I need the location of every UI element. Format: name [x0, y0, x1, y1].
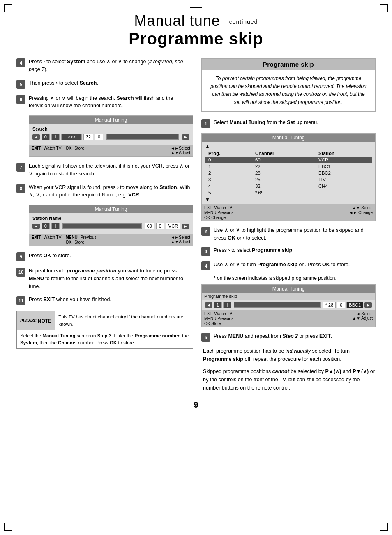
right-step-badge-2: 2 — [201, 227, 210, 236]
prog-1: 1 — [205, 163, 252, 170]
ps-seg-1: 1 — [214, 302, 222, 308]
step-text-8: When your VCR signal is found, press › t… — [29, 184, 193, 199]
ps-seg-star28: * 28 — [323, 302, 336, 308]
title-sub: Programme skip — [16, 30, 376, 48]
seg-arrow-left-2: ◄ — [32, 224, 40, 229]
seg2-0b: 0 — [156, 223, 164, 229]
right-column: Programme skip To prevent certain progra… — [201, 58, 376, 392]
page-number: 9 — [16, 400, 376, 410]
step-text-5: Then press › to select Search. — [29, 79, 98, 87]
tuning-panel-2-body: Station Name ◄ 0 I 60 0 VCR ► — [29, 213, 193, 234]
prog-skip-box: Programme skip To prevent certain progra… — [201, 58, 376, 112]
seg-arrow-right-1: ► — [182, 134, 189, 140]
select-label-1: ◄►Select — [171, 146, 190, 150]
step-11: 11 Press EXIT when you have finished. — [16, 296, 193, 305]
step-text-9: Press OK to store. — [29, 252, 71, 260]
mt-down-arrow: ▼ — [205, 197, 210, 203]
corner-mark-br — [380, 523, 388, 531]
label-store-ps: Store — [211, 321, 221, 326]
note-badge: PLEASE NOTE — [17, 311, 55, 330]
step-badge-5: 5 — [16, 80, 25, 89]
change-mt: ◄► Change — [349, 210, 373, 215]
table-row: 3 25 ITV — [205, 176, 372, 183]
mt-body: ▲ Prog. Channel Station 0 60 — [202, 142, 375, 204]
ch-star69: * 69 — [252, 189, 315, 196]
table-row: 0 60 VCR — [205, 157, 372, 163]
note-line2: Select the Manual Tuning screen in Step … — [17, 330, 193, 349]
title-main: Manual tune — [134, 12, 220, 29]
step-badge-11: 11 — [16, 296, 25, 305]
label-prev-mt: Previous — [217, 210, 233, 215]
st-itv: ITV — [315, 176, 372, 183]
note-line1: This TV has direct channel entry if the … — [55, 311, 193, 330]
prog-4: 4 — [205, 183, 252, 189]
step-text-7: Each signal will show on the television,… — [29, 162, 193, 178]
step-badge-6: 6 — [16, 95, 25, 104]
prog-skip-header: Programme skip — [202, 59, 375, 70]
tuning-label-station: Station Name — [32, 216, 61, 221]
table-row: 2 28 BBC2 — [205, 170, 372, 176]
key-exit-2: EXIT — [32, 235, 41, 244]
label-watchtv-ps: Watch TV — [214, 311, 232, 316]
adjust-ps: ▲▼ Adjust — [352, 316, 373, 321]
seg2-I: I — [51, 223, 60, 229]
key-menu-mt: MENU — [204, 210, 216, 215]
tuning-panel-2-header: Manual Tuning — [29, 205, 193, 213]
star-note: * on the screen indicates a skipped prog… — [214, 275, 376, 281]
tuning-label-search: Search — [32, 127, 57, 131]
right-step-1: 1 Select Manual Tuning from the Set up m… — [201, 119, 376, 128]
mt-up-arrow: ▲ — [205, 143, 210, 149]
step-badge-9: 9 — [16, 252, 25, 261]
step-text-6: Pressing ∧ or ∨ will begin the search. S… — [29, 95, 193, 110]
right-step-2: 2 Use ∧ or ∨ to highlight the programme … — [201, 226, 376, 242]
tuning-panel-2-footer: EXIT Watch TV MENU Previous OK Store ◄►S… — [29, 234, 193, 246]
seg-ch: 0 — [95, 134, 103, 140]
key-menu-ps: MENU — [204, 316, 216, 321]
ch-60: 60 — [252, 157, 315, 163]
note-box: PLEASE NOTE This TV has direct channel e… — [16, 311, 193, 349]
col-prog: Prog. — [205, 150, 252, 157]
seg-32: 32 — [83, 134, 93, 140]
adjust-label-2: ▲▼Adjust — [171, 240, 190, 244]
prog-5: 5 — [205, 189, 252, 196]
title-continued: continued — [229, 18, 258, 25]
right-step-text-2: Use ∧ or ∨ to highlight the programme po… — [214, 226, 376, 242]
step-badge-4: 4 — [16, 58, 25, 67]
prog-3: 3 — [205, 176, 252, 183]
ch-22: 22 — [252, 163, 315, 170]
corner-mark-tr — [380, 4, 388, 12]
label-prev-ps: Previous — [217, 316, 233, 321]
tuning-panel-2: Manual Tuning Station Name ◄ 0 I 60 0 VC… — [29, 205, 193, 246]
st-ch4: CH4 — [315, 183, 372, 189]
step-4: 4 Press › to select System and use ∧ or … — [16, 58, 193, 74]
seg2-vcr: VCR — [166, 223, 180, 229]
right-step-5: 5 Press MENU and repeat from Step 2 or p… — [201, 332, 376, 342]
page-title-block: Manual tune continued Programme skip — [16, 8, 376, 48]
key-ok-ps: OK — [204, 321, 210, 326]
right-para-1: Each programme position has to be indivi… — [203, 347, 376, 392]
prog-2: 2 — [205, 170, 252, 176]
seg-0: 0 — [42, 134, 50, 140]
st-bbc1: BBC1 — [315, 163, 372, 170]
table-row: 5 * 69 — [205, 189, 372, 196]
select-ps: ◄ Select — [356, 311, 373, 316]
prog-skip-desc: To prevent certain programmes from being… — [202, 70, 375, 111]
right-step-text-1: Select Manual Tuning from the Set up men… — [214, 119, 318, 127]
table-row: 1 22 BBC1 — [205, 163, 372, 170]
label-watchtv-2: Watch TV — [44, 235, 61, 244]
step-text-10: Repeat for each programme position you w… — [29, 267, 193, 290]
step-badge-7: 7 — [16, 163, 25, 172]
mt-header: Manual Tuning — [202, 134, 375, 142]
key-exit-mt: EXIT — [204, 205, 213, 210]
right-step-text-4: Use ∧ or ∨ to turn Programme skip on. Pr… — [214, 261, 350, 269]
ps-arrow-left: ◄ — [205, 302, 212, 308]
right-step-badge-5: 5 — [201, 333, 210, 342]
key-ok-mt: OK — [204, 215, 210, 220]
ch-25: 25 — [252, 176, 315, 183]
ps-seg-0: 0 — [337, 302, 345, 308]
step-badge-8: 8 — [16, 184, 25, 193]
ps-panel-header: Manual Tuning — [202, 285, 375, 293]
st-bbc2: BBC2 — [315, 170, 372, 176]
corner-mark-bl — [4, 523, 12, 531]
ps-footer: EXIT Watch TV MENU Previous OK Store ◄ S… — [202, 310, 375, 327]
